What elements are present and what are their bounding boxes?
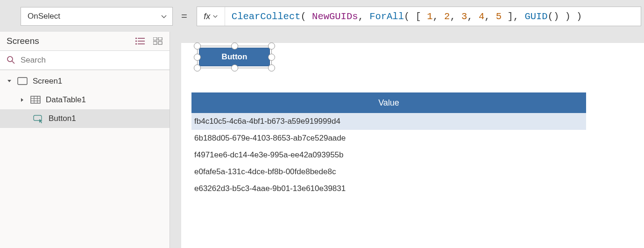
datatable-icon bbox=[30, 94, 41, 106]
property-select[interactable]: OnSelect bbox=[21, 7, 173, 26]
property-select-value: OnSelect bbox=[28, 12, 60, 21]
chevron-down-icon bbox=[161, 13, 167, 20]
screens-panel: Screens bbox=[0, 32, 170, 248]
canvas-button-label: Button bbox=[222, 52, 248, 62]
svg-point-10 bbox=[7, 57, 13, 62]
tree-view-icon[interactable] bbox=[135, 36, 145, 46]
svg-rect-18 bbox=[34, 115, 42, 120]
collapse-icon[interactable] bbox=[7, 79, 12, 84]
screens-header: Screens bbox=[0, 32, 170, 50]
tree-item-button1[interactable]: Button1 bbox=[0, 109, 170, 128]
fx-icon: fx bbox=[204, 12, 210, 21]
svg-point-4 bbox=[135, 41, 137, 42]
svg-rect-8 bbox=[153, 42, 157, 44]
table-row[interactable]: e63262d3-b5c3-4aae-9b01-13e610e39831 bbox=[191, 180, 586, 197]
svg-rect-9 bbox=[158, 42, 162, 44]
svg-point-3 bbox=[135, 38, 137, 39]
tree-view: Screen1 DataTable1 bbox=[0, 70, 170, 128]
tree-item-label: Screen1 bbox=[33, 77, 62, 86]
tree-item-label: Button1 bbox=[49, 114, 76, 123]
search-row bbox=[0, 50, 170, 70]
thumbnail-view-icon[interactable] bbox=[153, 36, 163, 46]
equals-label: = bbox=[179, 10, 190, 22]
tree-item-screen1[interactable]: Screen1 bbox=[0, 72, 170, 91]
table-row[interactable]: 6b188d05-679e-4103-8653-ab7ce529aade bbox=[191, 130, 586, 147]
canvas-surface[interactable]: Button Value fb4c10c5-4c6a-4bf1-b673-a59… bbox=[181, 43, 644, 248]
tree-item-datatable1[interactable]: DataTable1 bbox=[0, 91, 170, 109]
table-row[interactable]: e0fafe5a-131c-4dce-bf8b-00fde8bede8c bbox=[191, 163, 586, 180]
svg-rect-13 bbox=[31, 96, 40, 103]
table-row[interactable]: f4971ee6-dc14-4e3e-995a-ee42a093955b bbox=[191, 147, 586, 163]
search-icon bbox=[7, 56, 15, 65]
svg-rect-12 bbox=[18, 78, 27, 85]
expand-icon[interactable] bbox=[20, 98, 25, 102]
svg-rect-6 bbox=[153, 37, 157, 40]
formula-input[interactable]: fx ClearCollect( NewGUIDs, ForAll( [ 1, … bbox=[197, 7, 641, 26]
tree-item-label: DataTable1 bbox=[46, 95, 86, 105]
canvas-button[interactable]: Button bbox=[199, 48, 270, 66]
datatable-header[interactable]: Value bbox=[191, 92, 586, 113]
chevron-down-icon bbox=[213, 15, 218, 18]
datatable[interactable]: Value fb4c10c5-4c6a-4bf1-b673-a59e919999… bbox=[191, 92, 586, 197]
column-header: Value bbox=[378, 98, 399, 108]
screen-icon bbox=[17, 76, 28, 87]
search-input[interactable] bbox=[20, 55, 163, 65]
formula-text[interactable]: ClearCollect( NewGUIDs, ForAll( [ 1, 2, … bbox=[225, 11, 582, 22]
formula-bar: OnSelect = fx ClearCollect( NewGUIDs, Fo… bbox=[0, 7, 644, 26]
canvas-pane: Button Value fb4c10c5-4c6a-4bf1-b673-a59… bbox=[170, 32, 644, 248]
screens-title: Screens bbox=[7, 36, 39, 46]
svg-rect-7 bbox=[158, 37, 162, 40]
table-row[interactable]: fb4c10c5-4c6a-4bf1-b673-a59e919999d4 bbox=[191, 113, 586, 130]
svg-line-11 bbox=[12, 61, 14, 64]
fx-button[interactable]: fx bbox=[197, 7, 225, 26]
button-icon bbox=[33, 113, 44, 124]
svg-point-5 bbox=[135, 43, 137, 45]
